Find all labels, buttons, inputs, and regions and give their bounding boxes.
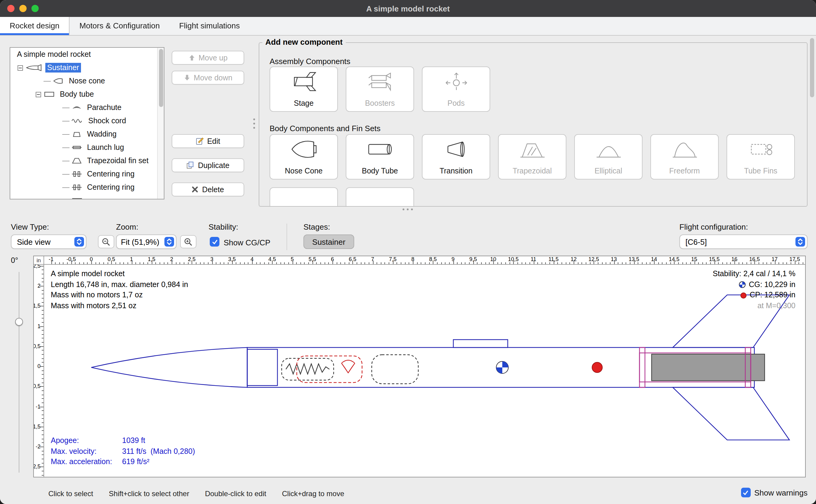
freeform-fin-icon (651, 135, 718, 163)
rocket-icon (25, 64, 42, 71)
panel-scrollbar-thumb[interactable] (810, 38, 814, 97)
launch-lug-icon (71, 144, 82, 151)
tree-row-partial[interactable] (10, 194, 164, 199)
vertical-splitter-handle[interactable] (253, 118, 255, 129)
show-cgcp-label: Show CG/CP (224, 238, 270, 247)
zoom-window-button[interactable] (31, 5, 39, 12)
hint-double-click: Double-click to edit (205, 489, 266, 498)
tab-motors-configuration[interactable]: Motors & Configuration (70, 17, 170, 35)
tree-label-centering-ring: Centering ring (85, 183, 136, 192)
hint-shift-click: Shift+click to select other (109, 489, 189, 498)
rotation-slider-knob[interactable] (15, 318, 23, 326)
tree-row-shock-cord[interactable]: Shock cord (10, 114, 164, 128)
collapse-toggle-icon[interactable] (36, 92, 41, 97)
duplicate-button[interactable]: Duplicate (172, 158, 244, 172)
tree-label-launch-lug: Launch lug (85, 143, 126, 152)
tree-row-nose-cone[interactable]: Nose cone (10, 74, 164, 88)
rocket-canvas[interactable]: in -1-0,500,511,522,533,544,555,566,577,… (33, 256, 806, 477)
openrocket-window: A simple model rocket Rocket design Moto… (0, 0, 816, 504)
close-window-button[interactable] (7, 5, 15, 12)
card-label: Tube Fins (727, 167, 794, 175)
tree-row-parachute[interactable]: Parachute (10, 101, 164, 114)
panel-scrollbar[interactable] (810, 38, 814, 207)
tree-label-sustainer: Sustainer (45, 63, 81, 73)
edit-button[interactable]: Edit (172, 134, 244, 148)
tab-rocket-design[interactable]: Rocket design (0, 17, 70, 35)
tree-row-centering-ring-2[interactable]: Centering ring (10, 181, 164, 194)
delete-x-icon (192, 186, 199, 193)
show-warnings-checkbox[interactable] (741, 488, 751, 497)
tree-row-fin-set[interactable]: Trapezoidal fin set (10, 154, 164, 167)
tree-row-launch-lug[interactable]: Launch lug (10, 141, 164, 154)
component-card-body-tube[interactable]: Body Tube (346, 134, 414, 179)
magnifier-minus-icon (102, 237, 111, 246)
component-card-nose-cone[interactable]: Nose Cone (270, 134, 338, 179)
titlebar[interactable]: A simple model rocket (0, 0, 816, 17)
centering-ring-icon (71, 170, 82, 178)
show-cgcp-checkbox[interactable] (210, 237, 219, 247)
component-card-transition[interactable]: Transition (422, 134, 490, 179)
flight-config-value: [C6-5] (680, 237, 795, 246)
horizontal-splitter-handle[interactable] (403, 208, 413, 210)
tree-label-body-tube: Body tube (58, 89, 96, 99)
tab-flight-simulations[interactable]: Flight simulations (170, 17, 250, 35)
tree-row-body-tube[interactable]: Body tube (10, 88, 164, 101)
card-label: Pods (423, 99, 490, 108)
cg-marker (496, 361, 508, 373)
tree-label-nose-cone: Nose cone (67, 76, 107, 86)
view-type-select[interactable]: Side view (11, 234, 86, 249)
component-card-partial (270, 187, 338, 206)
zoom-in-button[interactable] (180, 235, 196, 248)
view-type-value: Side view (11, 237, 74, 246)
chevron-up-down-icon (795, 237, 805, 247)
stage-icon (270, 67, 337, 95)
tree-row-sustainer[interactable]: Sustainer (10, 61, 164, 74)
tree-label-centering-ring: Centering ring (85, 169, 136, 179)
tab-bar: Rocket design Motors & Configuration Fli… (0, 17, 816, 36)
duplicate-icon (186, 161, 194, 169)
hint-drag: Click+drag to move (282, 489, 344, 498)
minimize-window-button[interactable] (19, 5, 27, 12)
chevron-up-down-icon (164, 237, 174, 247)
acceleration-row: Max. acceleration:619 ft/s² (51, 457, 195, 467)
mass-with-motors-text: Mass with motors 2,51 oz (51, 301, 188, 311)
tree-guide-line (62, 174, 70, 174)
component-card-tube-fins: Tube Fins (727, 134, 795, 179)
flight-performance: Apogee:1039 ft Max. velocity:311 ft/s (M… (51, 436, 195, 467)
arrow-down-icon (183, 74, 190, 81)
fin-set-icon (71, 157, 82, 164)
group-label-assembly: Assembly Components (270, 57, 350, 66)
collapse-toggle-icon[interactable] (18, 65, 23, 70)
stage-toggle-sustainer[interactable]: Sustainer (303, 234, 354, 249)
rocket-name-text: A simple model rocket (51, 269, 188, 279)
tree-scrollbar-thumb[interactable] (159, 49, 163, 107)
stability-readout-block: Stability: 2,4 cal / 14,1 % CG: 10,229 i… (713, 269, 795, 311)
rotation-slider[interactable] (19, 272, 19, 473)
duplicate-label: Duplicate (198, 161, 229, 170)
component-card-trapezoidal: Trapezoidal (498, 134, 566, 179)
tree-row-centering-ring-1[interactable]: Centering ring (10, 167, 164, 181)
nose-cone-card-icon (270, 135, 337, 163)
flight-config-select[interactable]: [C6-5] (679, 234, 808, 249)
mass-no-motors-text: Mass with no motors 1,7 oz (51, 290, 188, 301)
tree-scrollbar[interactable] (157, 48, 164, 199)
card-label: Body Tube (346, 167, 413, 175)
cg-readout: CG: 10,229 in (713, 279, 795, 290)
hint-click-select: Click to select (48, 489, 93, 498)
card-label: Freeform (651, 167, 718, 175)
mach-readout: at M=0,300 (713, 301, 795, 311)
zoom-out-button[interactable] (98, 235, 114, 248)
status-hints: Click to select Shift+click to select ot… (48, 489, 344, 498)
tree-row-wadding[interactable]: Wadding (10, 128, 164, 141)
component-card-stage[interactable]: Stage (270, 66, 338, 112)
boosters-icon (346, 67, 413, 95)
tree-guide-line (62, 121, 70, 121)
zoom-select[interactable]: Fit (51,9%) (116, 234, 176, 249)
tree-row-rocket[interactable]: A simple model rocket (10, 48, 164, 61)
apogee-row: Apogee:1039 ft (51, 436, 195, 446)
h-ruler: -1-0,500,511,522,533,544,555,566,577,588… (44, 256, 805, 265)
move-down-button: Move down (172, 71, 244, 85)
delete-button[interactable]: Delete (172, 183, 244, 196)
tree-guide-line (62, 134, 70, 134)
component-tree[interactable]: A simple model rocket Sustainer Nose con… (10, 47, 164, 199)
